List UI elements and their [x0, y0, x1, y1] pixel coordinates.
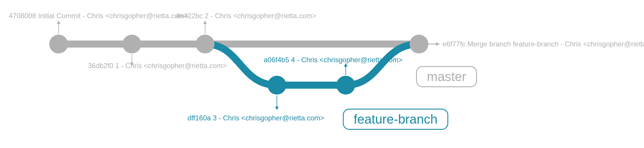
commit-node-c6: [410, 35, 428, 53]
label-arrowhead-c3: [203, 21, 207, 24]
branch-tag-master: master: [416, 66, 477, 87]
commit-label-c4: dff160a 3 - Chris <chrisgopher@rietta.co…: [188, 114, 324, 122]
commit-label-c6: e6f77fc Merge branch feature-branch - Ch…: [442, 40, 644, 48]
commit-node-c5: [336, 76, 355, 95]
git-graph-svg: [0, 0, 644, 148]
git-graph: 4708008 Initial Commit - Chris <chrisgop…: [0, 0, 644, 148]
commit-label-c3: 4e422bc 2 - Chris <chrisgopher@rietta.co…: [176, 12, 316, 20]
master-arrowhead: [436, 42, 439, 46]
feature-branch-line: [205, 44, 419, 85]
commit-node-c3: [196, 35, 214, 53]
commit-label-c2: 36db2f0 1 - Chris <chrisgopher@rietta.co…: [88, 62, 227, 70]
commit-label-c5: a06f4b5 4 - Chris <chrisgopher@rietta.co…: [264, 56, 403, 64]
commit-label-c1: 4708008 Initial Commit - Chris <chrisgop…: [9, 12, 188, 20]
commit-node-c4: [268, 76, 286, 95]
branch-tag-feature-branch: feature-branch: [343, 109, 448, 130]
label-arrowhead-c1: [57, 21, 60, 24]
commit-node-c1: [49, 35, 68, 53]
commit-node-c2: [122, 35, 141, 53]
label-arrowhead-c4: [275, 107, 279, 110]
